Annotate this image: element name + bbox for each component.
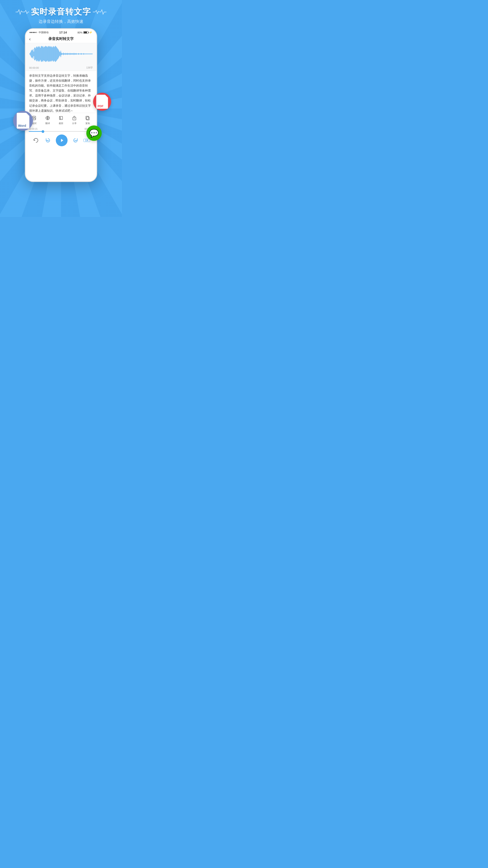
current-time-display: 00:00:00 bbox=[29, 66, 39, 69]
pdf-label: PDF bbox=[98, 104, 103, 108]
svg-rect-77 bbox=[80, 53, 81, 54]
svg-rect-65 bbox=[72, 53, 73, 55]
svg-rect-49 bbox=[62, 53, 62, 55]
svg-rect-37 bbox=[54, 47, 55, 61]
svg-rect-62 bbox=[70, 53, 71, 54]
svg-rect-33 bbox=[51, 46, 52, 61]
svg-rect-16 bbox=[40, 48, 41, 60]
battery-percent: 80% bbox=[77, 31, 83, 34]
progress-thumb[interactable] bbox=[41, 130, 44, 133]
svg-rect-79 bbox=[82, 53, 82, 54]
svg-rect-90 bbox=[89, 53, 89, 54]
play-button[interactable] bbox=[56, 134, 68, 146]
svg-rect-68 bbox=[74, 53, 75, 54]
svg-rect-28 bbox=[48, 46, 48, 61]
svg-rect-78 bbox=[81, 53, 81, 55]
heartbeat-right bbox=[93, 8, 106, 16]
svg-rect-81 bbox=[83, 53, 84, 54]
progress-bar-track[interactable] bbox=[29, 131, 93, 132]
svg-rect-45 bbox=[59, 52, 60, 56]
svg-rect-19 bbox=[42, 46, 42, 61]
svg-rect-0 bbox=[30, 53, 30, 55]
progress-area: 00:00:15 00:01:15 bbox=[26, 126, 96, 133]
carrier-label: 中国移动 bbox=[39, 31, 48, 34]
audio-waveform bbox=[29, 45, 93, 62]
battery-icon bbox=[84, 31, 88, 34]
svg-rect-85 bbox=[86, 54, 86, 54]
replay-button[interactable] bbox=[32, 136, 40, 145]
svg-marker-108 bbox=[61, 139, 63, 142]
svg-rect-53 bbox=[65, 53, 65, 54]
back10-button[interactable]: 10 bbox=[44, 136, 52, 145]
svg-rect-72 bbox=[77, 54, 77, 54]
signal-dot-3 bbox=[33, 32, 34, 33]
svg-rect-17 bbox=[41, 46, 41, 61]
svg-rect-93 bbox=[91, 54, 91, 54]
svg-rect-6 bbox=[33, 52, 34, 56]
svg-rect-38 bbox=[55, 46, 55, 61]
svg-rect-10 bbox=[36, 47, 37, 61]
svg-rect-21 bbox=[43, 48, 44, 61]
replay-icon bbox=[32, 136, 40, 145]
speed-label: 1X bbox=[84, 139, 90, 142]
header: 实时录音转文字 边录音边转换，高效快速 bbox=[0, 0, 122, 24]
svg-rect-52 bbox=[64, 53, 64, 55]
svg-rect-39 bbox=[55, 46, 56, 62]
speed-button[interactable]: 1X bbox=[84, 139, 90, 142]
back-button[interactable]: ‹ bbox=[29, 36, 35, 41]
svg-rect-34 bbox=[52, 48, 53, 61]
word-label: Word bbox=[18, 124, 26, 127]
svg-rect-29 bbox=[49, 46, 49, 62]
svg-rect-1 bbox=[30, 52, 31, 56]
svg-rect-60 bbox=[69, 53, 70, 54]
svg-rect-3 bbox=[32, 50, 32, 58]
svg-rect-4 bbox=[32, 50, 33, 57]
share-label: 分享 bbox=[72, 122, 76, 125]
svg-rect-48 bbox=[61, 53, 62, 55]
signal-dot-2 bbox=[31, 32, 32, 33]
svg-rect-51 bbox=[63, 53, 64, 55]
forward10-icon: 10 bbox=[71, 136, 79, 145]
svg-rect-42 bbox=[57, 49, 58, 59]
svg-rect-54 bbox=[65, 53, 66, 55]
status-right: 80% ⚡ bbox=[77, 31, 92, 34]
svg-rect-75 bbox=[79, 53, 79, 54]
pdf-badge: PDF bbox=[93, 93, 111, 111]
svg-rect-82 bbox=[84, 53, 84, 55]
svg-rect-5 bbox=[33, 49, 33, 59]
wechat-icon: 💬 bbox=[89, 129, 99, 138]
svg-rect-36 bbox=[53, 46, 54, 62]
svg-rect-91 bbox=[90, 54, 90, 54]
signal-dot-5 bbox=[36, 32, 37, 33]
forward10-button[interactable]: 10 bbox=[71, 136, 79, 145]
toolbar-share[interactable]: 分享 bbox=[71, 115, 77, 125]
toolbar-translate[interactable]: 翻译 bbox=[44, 115, 51, 125]
svg-rect-66 bbox=[73, 53, 73, 54]
svg-rect-74 bbox=[78, 53, 79, 55]
svg-rect-50 bbox=[63, 53, 63, 54]
signal-dot-4 bbox=[34, 32, 35, 33]
nav-bar: ‹ 录音实时转文字 bbox=[26, 35, 96, 43]
svg-rect-31 bbox=[50, 46, 51, 62]
nav-title: 录音实时转文字 bbox=[35, 37, 87, 41]
svg-rect-94 bbox=[92, 53, 92, 54]
phone-mockup: 中国移动 17:14 80% ⚡ ‹ 录音实时转文字 bbox=[25, 28, 97, 182]
svg-rect-86 bbox=[86, 53, 87, 54]
status-bar: 中国移动 17:14 80% ⚡ bbox=[26, 29, 96, 35]
svg-rect-18 bbox=[41, 46, 42, 62]
status-time: 17:14 bbox=[59, 31, 67, 34]
svg-rect-63 bbox=[71, 53, 72, 55]
progress-bar-fill bbox=[29, 131, 43, 132]
toolbar-copy[interactable]: 复制 bbox=[85, 115, 91, 125]
svg-rect-41 bbox=[57, 48, 57, 61]
char-count: 138字 bbox=[86, 66, 93, 69]
toolbar-cut[interactable]: 裁剪 bbox=[58, 115, 64, 125]
transcription-text: 录音转文字支持边录音边转文字，转换准确迅捷，操作方便，还支持在线翻译，同时也支持… bbox=[26, 71, 96, 113]
progress-times: 00:00:15 00:01:15 bbox=[29, 128, 93, 130]
svg-rect-67 bbox=[74, 53, 74, 55]
header-subtitle: 边录音边转换，高效快速 bbox=[0, 19, 122, 24]
svg-rect-32 bbox=[51, 47, 51, 61]
svg-rect-73 bbox=[78, 53, 78, 54]
svg-rect-106 bbox=[86, 116, 89, 119]
progress-current: 00:00:15 bbox=[29, 128, 37, 130]
